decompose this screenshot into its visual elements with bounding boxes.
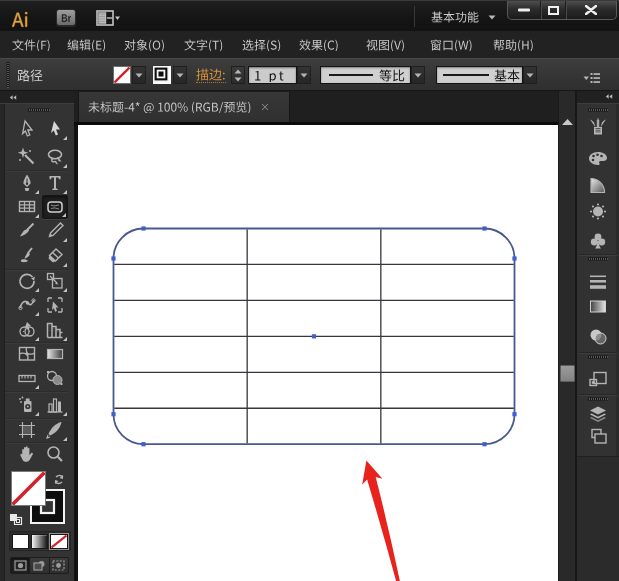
- document-tab-title: [88, 101, 251, 113]
- perspective-grid-tool[interactable]: [42, 318, 68, 342]
- column-graph-tool[interactable]: [42, 393, 68, 417]
- color-panel-button[interactable]: [580, 145, 616, 171]
- symbol-sprayer-tool[interactable]: [14, 393, 40, 417]
- blob-brush-tool[interactable]: [14, 244, 40, 268]
- brush-definition-dropdown[interactable]: [523, 66, 537, 84]
- tab-close-icon[interactable]: [260, 102, 270, 112]
- pencil-tool[interactable]: [42, 219, 68, 243]
- control-panel-menu-button[interactable]: [583, 70, 601, 88]
- vertical-scrollbar[interactable]: [558, 91, 575, 581]
- menu-type[interactable]: [184, 37, 223, 53]
- gradient-button[interactable]: [31, 534, 48, 549]
- appearance-panel-button[interactable]: [580, 198, 616, 224]
- arrange-documents-button[interactable]: [96, 9, 130, 26]
- artboards-panel-button[interactable]: [580, 423, 616, 449]
- minimize-button[interactable]: [508, 1, 540, 19]
- symbols-panel-button[interactable]: [580, 227, 616, 253]
- menu-edit[interactable]: [67, 37, 106, 53]
- color-guide-panel-button[interactable]: [580, 172, 616, 198]
- scale-tool[interactable]: [42, 269, 68, 293]
- artboard-canvas[interactable]: [78, 125, 558, 581]
- close-button[interactable]: [565, 1, 615, 19]
- minimize-icon: [518, 8, 530, 12]
- flyout-indicator: [35, 214, 39, 218]
- document-tab[interactable]: [78, 92, 290, 122]
- dock-grip[interactable]: [588, 257, 608, 261]
- fill-swatch-dropdown[interactable]: [132, 66, 146, 84]
- app-logo-icon: [12, 10, 29, 29]
- width-profile-dropdown[interactable]: [411, 66, 425, 84]
- transparency-panel-button[interactable]: [580, 324, 616, 350]
- pen-tool[interactable]: [14, 171, 40, 195]
- close-icon: [585, 5, 597, 15]
- maximize-button[interactable]: [540, 1, 565, 19]
- shape-builder-tool[interactable]: [14, 318, 40, 342]
- type-tool[interactable]: [42, 171, 68, 195]
- dock-grip[interactable]: [588, 108, 608, 112]
- controlbar-grip[interactable]: [6, 62, 10, 88]
- gradient-panel-button[interactable]: [580, 294, 616, 320]
- stepper-up-icon: [234, 69, 242, 74]
- free-transform-tool[interactable]: [42, 293, 68, 317]
- stroke-width-input[interactable]: [248, 66, 297, 84]
- brush-definition-select[interactable]: [436, 66, 523, 84]
- blend-tool[interactable]: [42, 366, 68, 390]
- dock-header[interactable]: [577, 91, 619, 104]
- stroke-color-swatch[interactable]: [153, 66, 171, 84]
- gradient-tool[interactable]: [42, 342, 68, 366]
- menu-effect[interactable]: [299, 37, 339, 53]
- stroke-panel-button[interactable]: [580, 268, 616, 294]
- slice-tool[interactable]: [42, 418, 68, 442]
- stroke-link-label[interactable]: [196, 68, 226, 83]
- width-tool[interactable]: [14, 293, 40, 317]
- brushes-panel-button[interactable]: [580, 113, 616, 139]
- none-button[interactable]: [50, 534, 68, 549]
- hand-tool[interactable]: [14, 442, 40, 466]
- dock-grip[interactable]: [588, 355, 608, 359]
- zoom-tool[interactable]: [42, 442, 68, 466]
- menu-object[interactable]: [124, 37, 165, 53]
- scrollbar-thumb[interactable]: [560, 365, 575, 382]
- measure-tool[interactable]: [14, 366, 40, 390]
- tools-panel-grip[interactable]: [28, 108, 50, 112]
- none-icon: [51, 535, 67, 548]
- menu-window[interactable]: [430, 37, 473, 53]
- fill-indicator[interactable]: [11, 471, 46, 506]
- artboard-tool[interactable]: [14, 418, 40, 442]
- draw-behind-icon: [33, 560, 46, 571]
- direct-selection-tool[interactable]: [42, 117, 68, 141]
- menu-help[interactable]: [493, 37, 534, 53]
- draw-inside-button[interactable]: [50, 557, 69, 574]
- mesh-tool[interactable]: [14, 342, 40, 366]
- tools-panel-header[interactable]: [0, 91, 74, 104]
- maximize-icon: [548, 6, 559, 15]
- fill-color-swatch[interactable]: [113, 66, 131, 84]
- bridge-button[interactable]: [56, 9, 76, 26]
- menu-file[interactable]: [12, 37, 51, 53]
- swap-fill-stroke-button[interactable]: [53, 471, 65, 489]
- width-profile-select[interactable]: [320, 66, 411, 84]
- default-fill-stroke-button[interactable]: [9, 511, 23, 529]
- menu-select[interactable]: [242, 37, 281, 53]
- rectangular-grid-tool[interactable]: [14, 195, 40, 219]
- stroke-width-dropdown[interactable]: [297, 66, 311, 84]
- navigator-panel-button[interactable]: [580, 365, 616, 391]
- draw-behind-button[interactable]: [30, 557, 49, 574]
- rounded-rectangle-tool[interactable]: [42, 195, 68, 219]
- stroke-swatch-dropdown[interactable]: [173, 66, 187, 84]
- paintbrush-tool[interactable]: [14, 219, 40, 243]
- scroll-up-icon[interactable]: [561, 118, 574, 126]
- magic-wand-tool[interactable]: [14, 145, 40, 169]
- menu-view[interactable]: [366, 37, 405, 53]
- workspace-switcher[interactable]: [431, 9, 496, 25]
- draw-normal-button[interactable]: [10, 557, 30, 574]
- selection-tool[interactable]: [14, 117, 40, 141]
- stroke-width-stepper[interactable]: [231, 66, 245, 84]
- drawing-mode-buttons: [10, 557, 69, 574]
- bridge-button-label: [61, 13, 71, 23]
- lasso-tool[interactable]: [42, 145, 68, 169]
- rotate-tool[interactable]: [14, 269, 40, 293]
- eraser-tool[interactable]: [42, 244, 68, 268]
- color-button[interactable]: [12, 534, 29, 549]
- flyout-indicator: [35, 288, 39, 292]
